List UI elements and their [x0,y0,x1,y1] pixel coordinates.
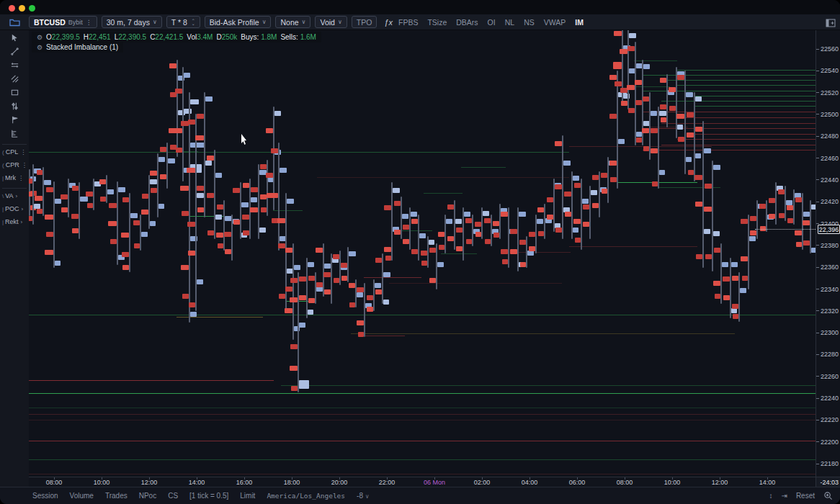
markers-tool[interactable] [0,99,29,112]
footprint-cell [660,104,666,109]
drawing-toolbar: (CPL⋮(CPR⋮|Mrk⋮\VA›|POC›|Rekt› [0,30,29,487]
panel-prefix-icon: | [2,175,4,181]
toolbar-menu-items: FPBSTSizeDBArsOINLNSVWAPIM [398,18,584,27]
toolbar-item-im[interactable]: IM [575,18,584,27]
footprint-cell [609,114,617,119]
footprint-cell [643,96,649,102]
profile-mode-selector[interactable]: Bid-Ask Profile ∨ [205,16,272,28]
status-item-npoc[interactable]: NPoc [139,492,156,500]
go-to-latest-icon[interactable]: ⇥ [781,492,787,500]
time-axis[interactable]: 08:0010:0012:0014:0016:0018:0020:0022:00… [29,477,816,487]
sidebar-panel-rekt[interactable]: |Rekt› [0,216,29,228]
footprint-cell [243,230,249,235]
footprint-cell [537,207,544,212]
maximize-window-button[interactable] [29,5,35,12]
chart-canvas[interactable]: ⚙ O22,399.5 H22,451 L22,390.5 C22,421.5 … [29,30,816,477]
footprint-cell [627,46,635,51]
footprint-candle-spine [298,272,299,392]
minimize-window-button[interactable] [19,5,25,12]
footprint-cell [323,272,331,277]
footprint-candle-spine [240,182,241,239]
footprint-cell [188,251,195,256]
price-level-line [643,112,816,112]
utc-offset-selector[interactable]: -8 ∨ [357,492,370,500]
gear-icon[interactable]: ⚙ [37,44,43,51]
tpo-button[interactable]: TPO [352,16,377,28]
stepper-arrows-icon[interactable]: ⌃⌄ [192,19,195,25]
profile-tool[interactable] [0,127,29,140]
footprint-cell [122,197,129,202]
panel-menu-icon[interactable]: ⋮ [20,149,26,156]
footprint-cell [215,173,222,178]
status-item-session[interactable]: Session [32,492,58,500]
price-axis[interactable]: 2256022540225202250022480224602244022420… [816,30,840,477]
price-level-line [29,315,816,315]
toolbar-item-dbars[interactable]: DBArs [456,18,478,27]
toolbar-item-fpbs[interactable]: FPBS [398,18,418,27]
status-item-trades[interactable]: Trades [105,492,128,500]
panel-toggle-icon[interactable] [826,17,836,30]
footprint-cell [182,211,189,216]
folder-icon[interactable] [0,18,29,27]
rectangle-tool[interactable] [0,86,29,99]
panel-menu-icon[interactable]: › [22,206,24,212]
toolbar-item-ns[interactable]: NS [524,18,535,27]
symbol-selector[interactable]: BTCUSD Bybit ⋮ [29,16,97,28]
toolbar-item-vwap[interactable]: VWAP [544,18,566,27]
trendline-tool[interactable] [0,45,29,58]
footprint-cell [261,207,267,212]
pointer-tool[interactable] [0,31,29,44]
panel-menu-icon[interactable]: › [16,193,18,199]
tick-size-label: T * 8 [171,18,187,27]
flag-tool[interactable] [0,113,29,126]
status-item-volume[interactable]: Volume [70,492,94,500]
overlay-void-selector[interactable]: Void ∨ [315,16,347,28]
sidebar-panel-cpl[interactable]: (CPL⋮ [0,146,29,158]
gear-icon[interactable]: ⚙ [37,34,43,41]
sidebar-panel-poc[interactable]: |POC› [0,203,29,215]
ohlc-legend[interactable]: ⚙ O22,399.5 H22,451 L22,390.5 C22,421.5 … [32,32,321,42]
status-item--1-tick-0-5-[interactable]: [1 tick = 0.5] [189,492,228,500]
status-item-cs[interactable]: CS [168,492,178,500]
parallel-lines-tool[interactable] [0,58,29,71]
fx-indicator-icon[interactable]: ƒx [384,18,393,27]
time-axis-label: 20:00 [331,479,348,486]
panel-menu-icon[interactable]: › [21,219,23,225]
price-level-line [643,75,816,76]
zoom-icon[interactable] [823,491,833,500]
panel-label: CPL [6,148,19,156]
footprint-cell [187,222,195,227]
footprint-cell [316,287,323,292]
stacked-imbalance-indicator[interactable]: ⚙ Stacked Imbalance (1) [32,42,123,53]
panel-menu-icon[interactable]: ⋮ [22,162,27,168]
timeframe-selector[interactable]: 30 m, 7 days ∨ [102,16,162,28]
footprint-cell [37,209,43,214]
tick-size-stepper[interactable]: T * 8 ⌃⌄ [166,16,200,28]
sidebar-panel-mrk[interactable]: |Mrk⋮ [0,172,29,184]
toolbar-item-nl[interactable]: NL [505,18,514,27]
status-bar: SessionVolumeTradesNPocCS[1 tick = 0.5]L… [0,487,840,504]
footprint-cell [592,175,599,180]
timezone-label[interactable]: America/Los_Angeles [267,492,345,500]
footprint-cell [207,193,214,198]
footprint-cell [613,62,622,69]
footprint-candle-spine [204,92,205,217]
sidebar-panel-va[interactable]: \VA› [0,190,29,202]
reset-button[interactable]: Reset [796,492,815,500]
footprint-candle-spine [694,92,695,181]
status-item-limit[interactable]: Limit [240,492,255,500]
panel-menu-icon[interactable]: ⋮ [18,175,24,181]
footprint-cell [108,221,117,226]
vertical-fit-icon[interactable]: ↕ [769,492,772,500]
toolbar-item-tsize[interactable]: TSize [427,18,447,27]
axis-tick [816,398,819,399]
sidebar-panel-cpr[interactable]: (CPR⋮ [0,159,29,171]
overlay-none-selector[interactable]: None ∨ [275,16,310,28]
close-window-button[interactable] [9,5,15,12]
toolbar-item-oi[interactable]: OI [488,18,496,27]
footprint-cell [324,264,331,269]
hatch-tool[interactable] [0,72,29,85]
footprint-cell [367,295,373,300]
current-price-label: 22,396 [818,225,840,234]
symbol-menu-icon[interactable]: ⋮ [86,19,92,26]
